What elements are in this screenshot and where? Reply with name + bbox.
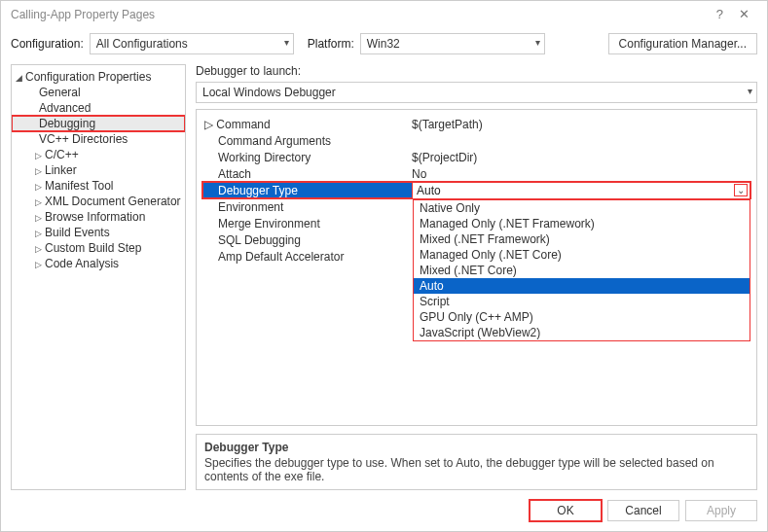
property-grid: ▷ Command$(TargetPath)Command ArgumentsW… xyxy=(196,109,757,426)
dropdown-option[interactable]: Mixed (.NET Core) xyxy=(414,263,750,278)
dropdown-option[interactable]: Auto xyxy=(414,278,750,294)
tree-item-debugging[interactable]: Debugging xyxy=(12,116,185,131)
prop-name: ▷ Command xyxy=(202,118,412,131)
tree-item-general[interactable]: General xyxy=(12,85,185,100)
apply-button[interactable]: Apply xyxy=(685,500,757,521)
chevron-down-icon: ▾ xyxy=(748,86,752,96)
description-text: Specifies the debugger type to use. When… xyxy=(204,456,749,483)
dropdown-option[interactable]: Native Only xyxy=(414,200,750,216)
prop-row-debugger-type[interactable]: Debugger TypeAuto⌄ xyxy=(202,182,750,198)
cancel-button[interactable]: Cancel xyxy=(607,500,679,521)
prop-value: No xyxy=(412,167,750,181)
tree-item-custom-build-step[interactable]: ▷Custom Build Step xyxy=(12,240,185,256)
expand-icon[interactable]: ▷ xyxy=(35,182,45,192)
tree-root[interactable]: ◢Configuration Properties xyxy=(12,69,185,85)
config-toolbar: Configuration: All Configurations ▾ Plat… xyxy=(1,27,767,64)
tree-item-advanced[interactable]: Advanced xyxy=(12,100,185,116)
configuration-value: All Configurations xyxy=(96,37,188,51)
platform-combo[interactable]: Win32 ▾ xyxy=(360,33,545,54)
description-panel: Debugger Type Specifies the debugger typ… xyxy=(196,434,757,490)
dialog-footer: OK Cancel Apply xyxy=(1,490,767,531)
prop-value: $(TargetPath) xyxy=(412,118,750,131)
debugger-launch-combo[interactable]: Local Windows Debugger ▾ xyxy=(196,82,757,103)
configuration-manager-button[interactable]: Configuration Manager... xyxy=(608,33,757,54)
configuration-label: Configuration: xyxy=(11,37,84,51)
prop-name: SQL Debugging xyxy=(202,233,412,247)
debugger-type-dropdown[interactable]: Native OnlyManaged Only (.NET Framework)… xyxy=(413,199,750,341)
chevron-down-icon[interactable]: ⌄ xyxy=(734,184,748,196)
dropdown-option[interactable]: Mixed (.NET Framework) xyxy=(414,231,750,247)
ok-button[interactable]: OK xyxy=(530,500,602,521)
window-title: Calling-App Property Pages xyxy=(11,8,709,21)
expand-icon[interactable]: ▷ xyxy=(35,166,45,176)
expand-icon[interactable]: ▷ xyxy=(35,244,45,254)
tree-item-c-c-[interactable]: ▷C/C++ xyxy=(12,147,185,162)
expand-icon[interactable]: ▷ xyxy=(35,197,45,207)
platform-value: Win32 xyxy=(367,37,400,51)
tree-item-xml-document-generator[interactable]: ▷XML Document Generator xyxy=(12,194,185,209)
dropdown-option[interactable]: Managed Only (.NET Framework) xyxy=(414,216,750,231)
tree-item-build-events[interactable]: ▷Build Events xyxy=(12,225,185,240)
dropdown-option[interactable]: GPU Only (C++ AMP) xyxy=(414,309,750,325)
description-title: Debugger Type xyxy=(204,441,749,454)
debugger-type-value-combo[interactable]: Auto⌄ xyxy=(412,182,750,199)
expand-icon[interactable]: ▷ xyxy=(35,151,45,160)
prop-row-command[interactable]: ▷ Command$(TargetPath) xyxy=(202,116,750,132)
property-pages-window: Calling-App Property Pages ? ✕ Configura… xyxy=(0,0,768,532)
debugger-launch-value: Local Windows Debugger xyxy=(202,86,336,99)
expand-icon[interactable]: ▷ xyxy=(35,213,45,223)
configuration-combo[interactable]: All Configurations ▾ xyxy=(90,33,294,54)
tree-item-vc-directories[interactable]: VC++ Directories xyxy=(12,131,185,147)
help-icon[interactable]: ? xyxy=(709,7,731,21)
prop-name: Merge Environment xyxy=(202,217,412,231)
tree-item-manifest-tool[interactable]: ▷Manifest Tool xyxy=(12,178,185,194)
close-icon[interactable]: ✕ xyxy=(731,7,757,21)
dropdown-option[interactable]: JavaScript (WebView2) xyxy=(414,325,750,340)
chevron-down-icon: ▾ xyxy=(535,37,540,48)
category-tree[interactable]: ◢Configuration Properties GeneralAdvance… xyxy=(11,64,186,490)
platform-label: Platform: xyxy=(308,37,354,51)
prop-name: Amp Default Accelerator xyxy=(202,250,412,264)
prop-name: Debugger Type xyxy=(202,184,412,197)
prop-row-attach[interactable]: AttachNo xyxy=(202,165,750,182)
expand-icon[interactable]: ▷ xyxy=(35,229,45,238)
expand-icon[interactable]: ▷ xyxy=(35,260,45,269)
collapse-icon[interactable]: ◢ xyxy=(16,73,25,83)
prop-row-command-arguments[interactable]: Command Arguments xyxy=(202,132,750,149)
tree-item-browse-information[interactable]: ▷Browse Information xyxy=(12,209,185,225)
tree-item-code-analysis[interactable]: ▷Code Analysis xyxy=(12,256,185,271)
prop-row-working-directory[interactable]: Working Directory$(ProjectDir) xyxy=(202,149,750,165)
prop-value: $(ProjectDir) xyxy=(412,151,750,164)
titlebar: Calling-App Property Pages ? ✕ xyxy=(1,1,767,27)
prop-name: Working Directory xyxy=(202,151,412,164)
prop-name: Attach xyxy=(202,167,412,181)
dropdown-option[interactable]: Managed Only (.NET Core) xyxy=(414,247,750,263)
prop-name: Command Arguments xyxy=(202,134,412,148)
debugger-launch-label: Debugger to launch: xyxy=(196,64,757,78)
chevron-down-icon: ▾ xyxy=(284,37,289,48)
property-panel: Debugger to launch: Local Windows Debugg… xyxy=(196,64,757,490)
prop-name: Environment xyxy=(202,200,412,214)
dropdown-option[interactable]: Script xyxy=(414,294,750,309)
tree-item-linker[interactable]: ▷Linker xyxy=(12,162,185,178)
